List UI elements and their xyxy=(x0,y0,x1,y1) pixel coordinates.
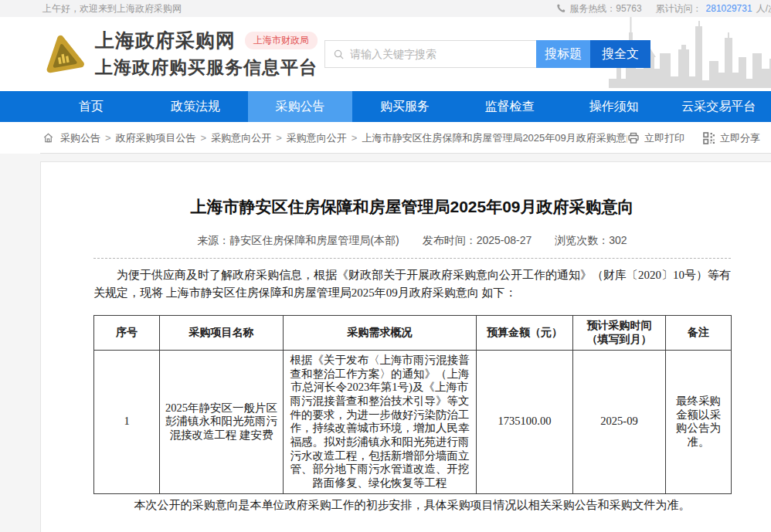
breadcrumb-actions: 立即打印 立即分享 xyxy=(627,131,760,145)
authority-badge: 上海市财政局 xyxy=(245,32,318,49)
site-header: 上海政府采购网 上海市财政局 上海政府购买服务信息平台 搜标题 搜全文 xyxy=(0,17,771,91)
visits-unit: 人/次 xyxy=(756,2,771,15)
share-action[interactable]: 立即分享 xyxy=(703,131,760,145)
search-input[interactable] xyxy=(350,48,520,60)
nav-item-home[interactable]: 首页 xyxy=(39,91,143,122)
brand-text: 上海政府采购网 上海市财政局 上海政府购买服务信息平台 xyxy=(95,28,318,80)
greeting-text: 上午好，欢迎来到上海政府采购网 xyxy=(42,2,182,15)
cell-requirement: 根据《关于发布〈上海市雨污混接普查和整治工作方案〉的通知》（上海市总河长令202… xyxy=(284,350,477,493)
search-bar: 搜标题 搜全文 xyxy=(324,40,650,68)
page-title: 上海市静安区住房保障和房屋管理局2025年09月政府采购意向 xyxy=(93,162,731,218)
procurement-intent-table: 序号 采购项目名称 采购需求概况 预算金额（元） 预计采购时间（填写到月） 备注… xyxy=(93,315,732,494)
brand-block[interactable]: 上海政府采购网 上海市财政局 上海政府购买服务信息平台 xyxy=(42,28,318,80)
col-header-planned-time: 预计采购时间（填写到月） xyxy=(573,315,666,350)
printer-icon xyxy=(627,132,640,144)
home-icon xyxy=(42,132,54,144)
meta-source: 来源：静安区住房保障和房屋管理局(本部) xyxy=(197,234,399,248)
article-body: 为便于供应商及时了解政府采购信息，根据《财政部关于开展政府采购意向公开工作的通知… xyxy=(93,258,731,532)
breadcrumb-item-intent-disclosure-2[interactable]: 采购意向公开 xyxy=(274,131,347,145)
document: 上海市静安区住房保障和房屋管理局2025年09月政府采购意向 来源：静安区住房保… xyxy=(93,162,731,532)
nav-item-purchase-services[interactable]: 购买服务 xyxy=(352,91,457,122)
top-utility-bar: 上午好，欢迎来到上海政府采购网 服务热线：95763 累计访问： 2810297… xyxy=(0,0,771,17)
col-header-budget: 预算金额（元） xyxy=(477,315,573,350)
phone-icon xyxy=(556,4,566,13)
nav-item-cloud-trading[interactable]: 云采交易平台 xyxy=(667,91,771,122)
intro-paragraph: 为便于供应商及时了解政府采购信息，根据《财政部关于开展政府采购意向公开工作的通知… xyxy=(93,266,731,303)
breadcrumb: 采购公告 政府采购项目公告 采购意向公开 采购意向公开 上海市静安区住房保障和房… xyxy=(42,131,627,145)
site-name: 上海政府采购网 xyxy=(95,28,236,53)
nav-item-announcements[interactable]: 采购公告 xyxy=(248,91,352,122)
nav-item-supervision[interactable]: 监督检查 xyxy=(457,91,562,122)
share-label: 立即分享 xyxy=(720,131,760,145)
table-header-row: 序号 采购项目名称 采购需求概况 预算金额（元） 预计采购时间（填写到月） 备注 xyxy=(94,315,732,350)
col-header-project-name: 采购项目名称 xyxy=(160,315,284,350)
breadcrumb-bar: 采购公告 政府采购项目公告 采购意向公开 采购意向公开 上海市静安区住房保障和房… xyxy=(0,122,771,154)
search-icon xyxy=(333,49,345,60)
site-logo-icon xyxy=(42,30,84,78)
col-header-remark: 备注 xyxy=(666,315,732,350)
visits-label: 累计访问： xyxy=(656,2,702,15)
meta-publish-time: 发布时间：2025-08-27 xyxy=(423,234,532,248)
breadcrumb-item-announcements[interactable]: 采购公告 xyxy=(60,131,100,145)
cell-project-name: 2025年静安区一般片区彭浦镇永和阳光苑雨污混接改造工程 建安费 xyxy=(160,350,284,493)
table-row: 1 2025年静安区一般片区彭浦镇永和阳光苑雨污混接改造工程 建安费 根据《关于… xyxy=(94,350,732,493)
article-card: 上海市静安区住房保障和房屋管理局2025年09月政府采购意向 来源：静安区住房保… xyxy=(40,161,771,532)
hotline-text: 服务热线：95763 xyxy=(569,2,641,15)
print-label: 立即打印 xyxy=(644,131,684,145)
breadcrumb-item-intent-disclosure[interactable]: 采购意向公开 xyxy=(199,131,272,145)
nav-item-instructions[interactable]: 操作须知 xyxy=(562,91,666,122)
disclaimer-note: 本次公开的采购意向是本单位政府采购工作的初步安排，具体采购项目情况以相关采购公告… xyxy=(93,496,731,514)
search-box[interactable] xyxy=(324,40,536,68)
cell-index: 1 xyxy=(94,350,160,493)
visits-count[interactable]: 281029731 xyxy=(706,3,752,14)
site-subtitle: 上海政府购买服务信息平台 xyxy=(95,56,318,80)
search-title-button[interactable]: 搜标题 xyxy=(536,40,590,68)
nav-item-policies[interactable]: 政策法规 xyxy=(143,91,247,122)
breadcrumb-item-current-page: 上海市静安区住房保障和房屋管理局2025年09月政府采购意向 xyxy=(350,131,627,145)
topbar-right-group: 服务热线：95763 累计访问： 281029731 人/次 xyxy=(556,0,771,17)
main-area: 上海市静安区住房保障和房屋管理局2025年09月政府采购意向 来源：静安区住房保… xyxy=(0,154,771,532)
print-action[interactable]: 立即打印 xyxy=(627,131,684,145)
qr-code-icon xyxy=(703,132,715,144)
article-meta: 来源：静安区住房保障和房屋管理局(本部) 发布时间：2025-08-27 浏览次… xyxy=(93,234,731,248)
cell-budget: 1735100.00 xyxy=(477,350,573,493)
col-header-index: 序号 xyxy=(94,315,160,350)
meta-views: 浏览次数：302 xyxy=(555,234,627,248)
col-header-requirement: 采购需求概况 xyxy=(284,315,477,350)
main-nav: 首页 政策法规 采购公告 购买服务 监督检查 操作须知 云采交易平台 xyxy=(0,91,771,122)
breadcrumb-item-project-announcements[interactable]: 政府采购项目公告 xyxy=(104,131,196,145)
cell-remark: 最终采购金额以采购公告为准。 xyxy=(666,350,732,493)
cell-planned-time: 2025-09 xyxy=(573,350,666,493)
search-fulltext-button[interactable]: 搜全文 xyxy=(590,40,650,68)
